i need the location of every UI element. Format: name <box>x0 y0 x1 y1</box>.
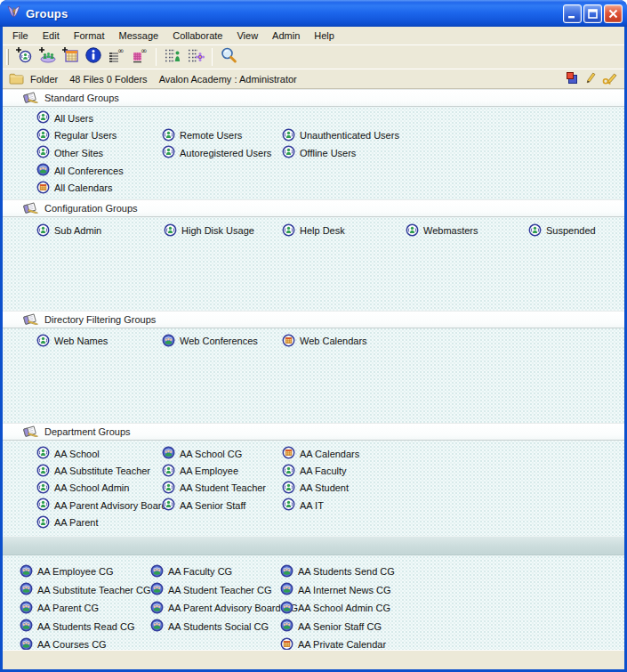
group-item[interactable]: AA Employee <box>162 462 282 479</box>
new-conference-button[interactable] <box>36 46 59 68</box>
group-item[interactable]: AA Parent Advisory Board CG <box>150 599 280 618</box>
group-item[interactable]: Sub Admin <box>36 222 164 239</box>
conference-group-icon <box>162 446 175 461</box>
menu-help[interactable]: Help <box>307 28 342 44</box>
group-item[interactable]: Help Desk <box>282 222 406 239</box>
group-item[interactable]: AA Senior Staff <box>162 497 282 514</box>
maximize-button[interactable] <box>583 4 602 23</box>
minimize-button[interactable] <box>563 4 582 23</box>
group-item[interactable]: Suspended <box>528 222 624 239</box>
user-group-icon <box>36 515 50 530</box>
group-item[interactable]: AA Faculty CG <box>150 563 280 581</box>
group-item[interactable]: Web Conferences <box>162 332 282 350</box>
group-item[interactable]: AA Parent <box>36 514 162 531</box>
user-group-icon <box>36 145 50 160</box>
calendar-group-icon <box>282 446 295 461</box>
section-header-directory-filtering: Directory Filtering Groups <box>3 311 624 328</box>
group-item[interactable]: AA Faculty <box>282 462 624 479</box>
group-item[interactable]: Web Names <box>36 332 162 350</box>
new-user-button[interactable] <box>12 46 36 68</box>
group-label: Autoregistered Users <box>180 148 271 158</box>
group-label: Sub Admin <box>54 225 101 236</box>
search-icon <box>219 45 238 69</box>
accounts-list-button[interactable] <box>161 46 184 68</box>
group-item[interactable]: AA Student <box>282 480 624 497</box>
group-item[interactable]: Unauthenticated Users <box>282 127 624 145</box>
group-item[interactable]: High Disk Usage <box>164 222 282 239</box>
empty-cell <box>162 514 282 531</box>
conference-group-icon <box>20 582 33 597</box>
user-group-icon <box>36 481 50 496</box>
group-item[interactable]: AA Substitute Teacher CG <box>20 581 150 600</box>
key-pencil-icon[interactable] <box>602 71 618 86</box>
menu-edit[interactable]: Edit <box>36 28 67 44</box>
group-label: All Calendars <box>54 182 112 193</box>
info-button[interactable] <box>82 46 105 68</box>
menu-message[interactable]: Message <box>112 28 166 44</box>
group-item[interactable]: AA Students Social CG <box>150 618 280 636</box>
new-calendar-icon <box>60 46 80 68</box>
group-item[interactable]: Autoregistered Users <box>162 144 282 162</box>
group-item[interactable]: AA Employee CG <box>20 563 150 581</box>
groups-list-button[interactable] <box>184 46 207 68</box>
group-item[interactable]: AA Student Teacher CG <box>150 581 280 600</box>
group-item[interactable]: Other Sites <box>36 144 162 162</box>
user-group-icon <box>162 498 175 513</box>
group-item[interactable]: AA Parent CG <box>20 599 150 618</box>
group-item[interactable]: All Users <box>36 109 162 127</box>
pencil-icon[interactable] <box>585 71 596 86</box>
layers-icon[interactable] <box>565 71 579 86</box>
group-item[interactable]: AA Calendars <box>282 445 624 462</box>
menu-view[interactable]: View <box>229 28 265 44</box>
account-label: Avalon Academy : Administrator <box>159 74 297 85</box>
user-group-icon <box>282 223 295 239</box>
menu-collaborate[interactable]: Collaborate <box>165 28 229 44</box>
group-item[interactable]: AA Students Read CG <box>20 618 150 636</box>
forwarders-icon: ∞ <box>130 46 149 68</box>
group-label: AA Parent Advisory Board <box>54 500 167 511</box>
section-title: Standard Groups <box>44 93 119 103</box>
menu-format[interactable]: Format <box>67 28 112 44</box>
group-label: AA Private Calendar <box>298 639 386 650</box>
group-item[interactable]: AA IT <box>282 497 624 514</box>
group-item[interactable]: AA School Admin <box>36 480 162 497</box>
group-item[interactable]: Remote Users <box>162 127 282 145</box>
user-group-icon <box>164 223 177 239</box>
group-item[interactable]: AA Students Send CG <box>280 563 624 581</box>
group-item[interactable]: AA Senior Staff CG <box>280 618 624 636</box>
group-label: Help Desk <box>300 225 345 236</box>
group-item[interactable]: AA Private Calendar <box>280 636 624 650</box>
group-item[interactable]: Offline Users <box>282 144 624 162</box>
group-label: Offline Users <box>300 148 356 158</box>
menu-admin[interactable]: Admin <box>265 28 307 44</box>
folder-icon <box>9 72 24 86</box>
group-item[interactable]: AA School Admin CG <box>280 599 624 618</box>
section-standard: Standard GroupsAll UsersRegular UsersRem… <box>3 89 624 199</box>
menu-file[interactable]: File <box>5 28 36 44</box>
search-button[interactable] <box>217 46 240 68</box>
close-button[interactable] <box>604 4 623 23</box>
group-item[interactable]: AA School <box>36 445 162 462</box>
svg-text:∞: ∞ <box>141 46 148 55</box>
group-item[interactable]: AA School CG <box>162 445 282 462</box>
group-item[interactable]: AA Student Teacher <box>162 480 282 497</box>
user-group-icon <box>36 334 50 349</box>
section-items: AA Employee CGAA Faculty CGAA Students S… <box>3 555 624 650</box>
group-item[interactable]: All Conferences <box>36 162 162 180</box>
group-item[interactable]: AA Substitute Teacher <box>36 462 162 479</box>
group-item[interactable]: AA Courses CG <box>20 636 150 650</box>
group-item[interactable]: Webmasters <box>406 222 528 239</box>
new-calendar-button[interactable] <box>59 46 82 68</box>
group-item[interactable]: Regular Users <box>36 127 162 145</box>
group-item[interactable]: AA Internet News CG <box>280 581 624 600</box>
forwarders-button[interactable]: ∞ <box>128 46 151 68</box>
user-group-icon <box>36 446 50 461</box>
group-item[interactable]: Web Calendars <box>282 332 624 350</box>
group-item[interactable]: All Calendars <box>36 179 162 197</box>
conference-group-icon <box>280 582 293 597</box>
user-group-icon <box>36 110 50 125</box>
group-label: AA Parent Advisory Board CG <box>168 603 298 613</box>
group-item[interactable]: AA Parent Advisory Board <box>36 497 162 514</box>
mailing-lists-button[interactable]: ∞ <box>105 46 128 68</box>
toolbar-gripper[interactable] <box>6 49 9 65</box>
